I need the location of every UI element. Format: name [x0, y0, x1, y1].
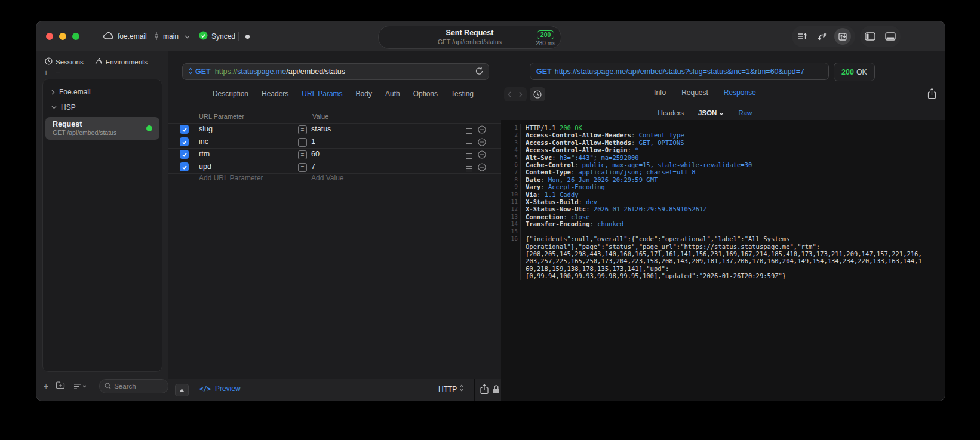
param-value[interactable]: 60	[311, 150, 320, 158]
code-text: [0,99.94,100,99.93,99.98,99.95,100],"upd…	[521, 272, 786, 279]
tab-environments[interactable]: Environments	[94, 57, 148, 66]
subtab-json[interactable]: JSON	[698, 109, 724, 116]
tab-headers[interactable]: Headers	[262, 90, 288, 101]
param-name[interactable]: upd	[199, 162, 211, 171]
tab-response[interactable]: Response	[724, 88, 756, 100]
request-summary-pill[interactable]: Sent Request GET /api/embed/status 200 2…	[378, 26, 561, 49]
remove-session-button[interactable]: −	[56, 68, 60, 78]
add-param-value-placeholder[interactable]: Add Value	[311, 174, 344, 182]
share-icon[interactable]	[480, 384, 489, 397]
search-input[interactable]: Search	[99, 379, 168, 393]
sort-lines-button[interactable]	[792, 26, 812, 47]
response-url: https://statuspage.me/api/embed/status?s…	[555, 67, 804, 76]
tab-testing[interactable]: Testing	[451, 90, 474, 101]
param-value[interactable]: 7	[311, 162, 315, 171]
tab-body[interactable]: Body	[356, 90, 372, 101]
sidebar-item-request[interactable]: Request GET /api/embed/status	[45, 117, 159, 140]
tree-group-label: Foe.email	[59, 88, 91, 96]
subtab-headers[interactable]: Headers	[658, 109, 684, 116]
param-value[interactable]: status	[311, 125, 331, 133]
tab-info[interactable]: Info	[654, 88, 666, 100]
drag-handle-icon[interactable]	[465, 126, 473, 137]
lock-icon[interactable]	[493, 384, 500, 396]
column-header-name: URL Parameter	[199, 113, 244, 120]
sync-arrows-button[interactable]	[812, 26, 832, 47]
line-number: 4	[501, 146, 521, 153]
tree-group-foe-email[interactable]: Foe.email	[43, 84, 162, 100]
param-row[interactable]: slug=status	[168, 124, 501, 136]
param-row[interactable]: inc=1	[168, 136, 501, 149]
code-text: Alt-Svc: h3=":443"; ma=2592000	[521, 154, 639, 161]
param-name[interactable]: inc	[199, 137, 208, 146]
request-summary-text: Sent Request GET /api/embed/status	[379, 29, 561, 46]
line-number: 6	[501, 161, 521, 168]
toggle-bottom-panel-icon[interactable]	[880, 26, 901, 47]
tab-request[interactable]: Request	[681, 88, 708, 100]
code-text: Via: 1.1 Caddy	[521, 191, 579, 198]
drag-handle-icon[interactable]	[465, 139, 473, 149]
tab-url-params[interactable]: URL Params	[302, 90, 342, 101]
subtab-label: Headers	[658, 109, 684, 116]
branch-selector[interactable]: main	[153, 21, 190, 51]
sync-status[interactable]: Synced	[199, 21, 235, 51]
code-text: Date: Mon, 26 Jan 2026 20:29:59 GMT	[521, 176, 658, 183]
code-line: 1HTTP/1.1 200 OK	[501, 124, 945, 131]
line-number	[501, 265, 521, 272]
code-text: Vary: Accept-Encoding	[521, 183, 605, 190]
collapse-panel-button[interactable]	[175, 384, 189, 396]
share-icon[interactable]	[927, 88, 936, 101]
tab-description[interactable]: Description	[213, 90, 248, 101]
reload-icon[interactable]	[475, 67, 483, 77]
minimize-window-button[interactable]	[59, 33, 66, 40]
equals-icon: =	[298, 125, 307, 134]
search-icon	[105, 383, 111, 390]
code-line: 15	[501, 228, 945, 235]
response-raw-view[interactable]: 1HTTP/1.1 200 OK2Access-Control-Allow-He…	[501, 120, 945, 401]
check-circle-icon	[199, 31, 208, 42]
project-cloud[interactable]: foe.email	[103, 21, 147, 51]
add-item-button[interactable]: +	[44, 381, 48, 391]
protocol-selector[interactable]: HTTP	[438, 384, 464, 393]
add-session-button[interactable]: +	[44, 68, 48, 78]
set-square-icon	[94, 57, 103, 66]
close-window-button[interactable]	[46, 33, 53, 40]
toggle-left-sidebar-icon[interactable]	[860, 26, 880, 47]
param-checkbox[interactable]	[180, 137, 189, 146]
zoom-window-button[interactable]	[72, 33, 79, 40]
add-param-name-placeholder[interactable]: Add URL Parameter	[199, 174, 263, 182]
code-icon: </>	[199, 385, 211, 392]
param-checkbox[interactable]	[180, 150, 189, 159]
line-number	[501, 243, 521, 250]
clock-icon	[45, 57, 53, 66]
param-checkbox[interactable]	[180, 162, 189, 171]
param-row[interactable]: upd=7	[168, 161, 501, 174]
tab-sessions[interactable]: Sessions	[45, 57, 84, 66]
list-options-icon[interactable]	[73, 383, 87, 390]
new-folder-icon[interactable]	[56, 381, 65, 392]
tab-auth[interactable]: Auth	[385, 90, 400, 101]
param-name[interactable]: rtm	[199, 150, 210, 158]
param-value[interactable]: 1	[311, 137, 315, 146]
request-url-field[interactable]: GET https://statuspage.me/api/embed/stat…	[182, 63, 489, 80]
drag-handle-icon[interactable]	[465, 151, 473, 162]
remove-param-icon[interactable]	[478, 163, 486, 174]
screen: foe.email main Synced Sent Request GET /…	[0, 0, 980, 440]
param-name[interactable]: slug	[199, 125, 213, 133]
remove-param-icon[interactable]	[478, 125, 486, 136]
app-window: foe.email main Synced Sent Request GET /…	[36, 21, 945, 401]
remove-param-icon[interactable]	[478, 150, 486, 161]
tree-group-label: HSP	[61, 103, 76, 112]
response-tabs: InfoRequestResponse	[501, 88, 909, 100]
request-response-view-button[interactable]	[832, 26, 853, 47]
request-status-dot	[146, 125, 152, 131]
param-row[interactable]: rtm=60	[168, 149, 501, 161]
drag-handle-icon[interactable]	[465, 164, 473, 174]
param-checkbox[interactable]	[180, 125, 189, 134]
tab-options[interactable]: Options	[413, 90, 438, 101]
preview-button[interactable]: </> Preview	[199, 384, 241, 393]
code-text	[521, 228, 526, 235]
response-url-field[interactable]: GET https://statuspage.me/api/embed/stat…	[530, 63, 829, 80]
subtab-raw[interactable]: Raw	[738, 109, 752, 116]
tree-group-hsp[interactable]: HSP	[43, 100, 162, 115]
remove-param-icon[interactable]	[478, 138, 486, 149]
